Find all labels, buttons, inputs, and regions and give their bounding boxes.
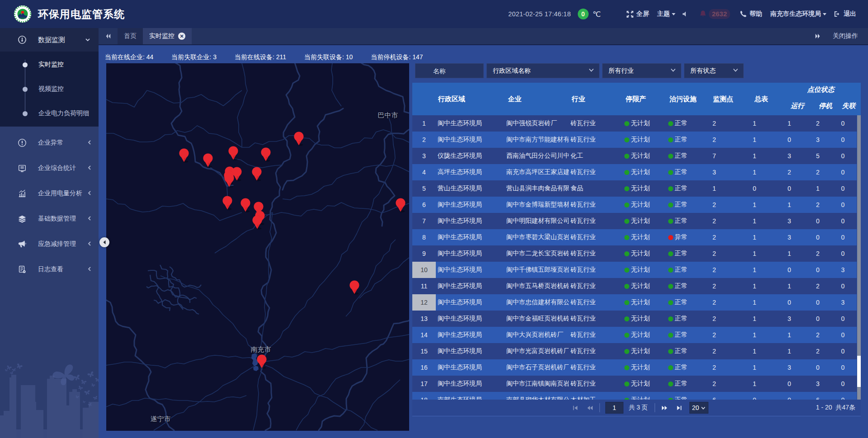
map-pin-icon[interactable]: [260, 147, 271, 162]
table-row[interactable]: 2阆中生态环境局阆中市南方节能建材有砖瓦行业无计划正常21030: [412, 132, 857, 148]
map-pin-icon[interactable]: [222, 196, 233, 210]
map-pin-icon[interactable]: [293, 132, 304, 146]
table-row[interactable]: 14阆中生态环境局阆中大兴页岩机砖厂砖瓦行业无计划正常21120: [412, 327, 857, 343]
col-header-offline[interactable]: 失联: [837, 96, 861, 115]
col-header-pollution-facility[interactable]: 治污设施: [662, 83, 704, 115]
map-pin-icon[interactable]: [228, 146, 239, 160]
map-pin-icon[interactable]: [224, 173, 235, 188]
next-page-button[interactable]: [660, 405, 670, 411]
sidebar-item-video-monitor[interactable]: 视频监控: [0, 77, 99, 101]
sidebar-item-company-abnormal[interactable]: 企业异常: [0, 130, 99, 155]
table-row[interactable]: 3仪陇生态环境局西南油气田分公司川中化工无计划正常71350: [412, 148, 857, 164]
stat-item: 当前停机设备: 147: [371, 53, 423, 61]
tabs-scroll-left-button[interactable]: [99, 28, 118, 44]
table-row[interactable]: 7阆中生态环境局阆中明阳建材有限公司砖瓦行业无计划正常21300: [412, 213, 857, 229]
tab-close-icon[interactable]: ✕: [178, 33, 185, 40]
map-pin-icon[interactable]: [251, 167, 262, 181]
cell-index: 6: [412, 197, 436, 213]
map-panel[interactable]: 巴中市南充市遂宁市: [106, 63, 409, 431]
tab-realtime-monitor[interactable]: 实时监控 ✕: [143, 28, 192, 44]
col-header-running[interactable]: 运行: [781, 96, 814, 115]
map-pin-icon[interactable]: [395, 198, 406, 212]
table-row[interactable]: 12阆中生态环境局阆中市忠信建材有限公砖瓦行业无计划正常21003: [412, 294, 857, 311]
col-header-company[interactable]: 企业: [482, 83, 547, 115]
map-pin-icon[interactable]: [252, 215, 263, 230]
sidebar-item-power-analysis[interactable]: 企业用电量分析: [0, 181, 99, 206]
map-pin-icon[interactable]: [349, 280, 360, 295]
col-header-production-limit[interactable]: 停限产: [610, 83, 662, 115]
name-filter-input[interactable]: [415, 63, 484, 78]
cell-index: 10: [412, 262, 436, 278]
status-dot-green: [668, 316, 673, 321]
cell-total-meter: 1: [737, 148, 772, 164]
col-header-industry[interactable]: 行业: [547, 83, 610, 115]
logout-button[interactable]: 退出: [834, 10, 856, 18]
table-row[interactable]: 17阆中生态环境局阆中市江南镇阆南页岩砖瓦行业无计划正常21030: [412, 376, 857, 392]
table-row[interactable]: 8阆中生态环境局阆中市枣碧大梁山页岩砖瓦行业无计划异常21300: [412, 229, 857, 245]
cell-monitor-points: 2: [692, 376, 737, 392]
col-header-index[interactable]: [412, 83, 421, 115]
org-menu[interactable]: 南充市生态环境局: [770, 10, 826, 18]
table-row[interactable]: 6阆中生态环境局阆中市金博瑞新型墙材砖瓦行业无计划正常21120: [412, 197, 857, 213]
cell-stopped: 2: [807, 327, 829, 343]
map-pin-icon[interactable]: [256, 354, 267, 369]
cell-monitor-points: 2: [692, 343, 737, 359]
close-operations-button[interactable]: 关闭操作: [833, 32, 858, 40]
help-button[interactable]: 帮助: [740, 10, 762, 18]
map-pin-icon[interactable]: [240, 198, 251, 212]
status-filter-select[interactable]: 所有状态: [684, 63, 744, 78]
tab-home[interactable]: 首页: [118, 28, 143, 44]
cell-pollution-facility: 正常: [664, 148, 692, 164]
table-row[interactable]: 10阆中生态环境局阆中千佛镇五郎垭页岩砖瓦行业无计划正常21003: [412, 262, 857, 278]
col-header-total-meter[interactable]: 总表: [742, 83, 781, 115]
first-page-button[interactable]: [571, 405, 580, 411]
temperature-unit: ℃: [593, 10, 601, 19]
table-row[interactable]: 1阆中生态环境局阆中强锐页岩砖厂砖瓦行业无计划正常21120: [412, 115, 857, 132]
status-dot-green: [668, 300, 673, 305]
sidebar-item-company-statistics[interactable]: 企业综合统计: [0, 155, 99, 181]
page-size-select[interactable]: 20: [689, 402, 709, 414]
fullscreen-button[interactable]: 全屏: [626, 10, 649, 18]
last-page-button[interactable]: [675, 405, 684, 411]
table-row[interactable]: 13阆中生态环境局阆中市金福旺页岩机砖砖瓦行业无计划正常21300: [412, 311, 857, 327]
table-row[interactable]: 9阆中生态环境局阆中市二龙长宝页岩砖砖瓦行业无计划正常21120: [412, 245, 857, 262]
col-header-stopped[interactable]: 停机: [814, 96, 837, 115]
table-row[interactable]: 15阆中生态环境局阆中市光富页岩机砖厂砖瓦行业无计划正常21120: [412, 343, 857, 359]
page-number-input[interactable]: [605, 402, 623, 414]
cell-industry: 砖瓦行业: [569, 197, 610, 213]
theme-menu[interactable]: 主题: [657, 10, 675, 18]
sidebar-item-realtime-monitor[interactable]: 实时监控: [0, 52, 99, 77]
cell-industry: 砖瓦行业: [569, 262, 610, 278]
scrollbar-thumb[interactable]: [857, 356, 861, 387]
sidebar-group-data-monitor[interactable]: 数据监测: [0, 28, 99, 52]
map-pin-icon[interactable]: [179, 148, 189, 163]
industry-filter-select[interactable]: 所有行业: [602, 63, 681, 78]
table-scrollbar[interactable]: [857, 115, 861, 400]
table-row[interactable]: 4高坪生态环境局南充市高坪区王家店建砖瓦行业无计划正常31220: [412, 164, 857, 180]
sidebar-item-base-data[interactable]: 基础数据管理: [0, 206, 99, 231]
table-body[interactable]: 1阆中生态环境局阆中强锐页岩砖厂砖瓦行业无计划正常211202阆中生态环境局阆中…: [412, 115, 861, 400]
cell-monitor-points: 2: [692, 197, 737, 213]
col-header-monitor-points[interactable]: 监测点: [704, 83, 742, 115]
name-filter-text[interactable]: [421, 67, 479, 75]
table-row[interactable]: 5营山生态环境局营山县润丰肉食品有限食品无计划正常10010: [412, 180, 857, 197]
table-row[interactable]: 16阆中生态环境局阆中市石子页岩机砖厂砖瓦行业无计划正常21300: [412, 359, 857, 376]
cell-index: 11: [412, 278, 436, 294]
cell-running: 3: [772, 229, 807, 245]
sidebar-item-log-view[interactable]: 日志查看: [0, 257, 99, 282]
panel-collapse-button[interactable]: [99, 237, 109, 247]
sidebar-item-power-load-detail[interactable]: 企业电力负荷明细: [0, 101, 99, 126]
col-header-region[interactable]: 行政区域: [421, 83, 482, 115]
table-row[interactable]: 18南部生态环境局南部县砌华木材有限公木材加工无计划正常60060: [412, 392, 857, 400]
tabs-scroll-right-button[interactable]: [815, 33, 821, 39]
prev-page-button[interactable]: [585, 405, 594, 411]
sidebar-item-emergency-reduction[interactable]: 应急减排管理: [0, 231, 99, 257]
table-row[interactable]: 11阆中生态环境局阆中市五马桥页岩机砖砖瓦行业无计划正常21120: [412, 278, 857, 294]
cell-production-limit: 无计划: [610, 311, 664, 327]
cell-running: 3: [772, 359, 807, 376]
alarm-bell[interactable]: 2632: [699, 9, 730, 19]
cell-industry: 木材加工: [569, 392, 610, 400]
map-pin-icon[interactable]: [203, 153, 213, 168]
mute-button[interactable]: [682, 10, 689, 18]
region-filter-select[interactable]: 行政区域名称: [486, 63, 599, 78]
